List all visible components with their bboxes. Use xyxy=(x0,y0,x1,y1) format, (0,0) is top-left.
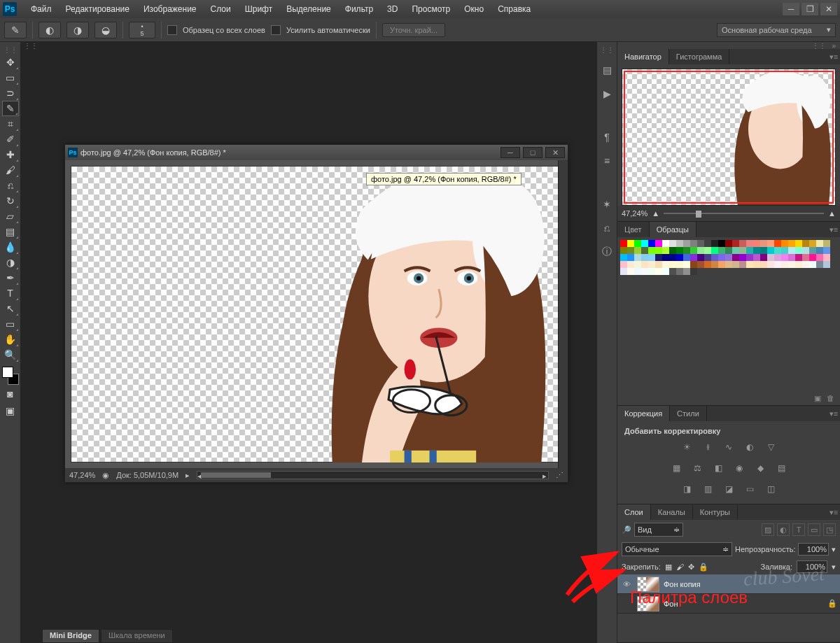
gradient-map-icon[interactable]: ▭ xyxy=(742,483,757,495)
healing-brush-tool[interactable]: ✚ xyxy=(2,147,19,162)
swatch[interactable] xyxy=(711,247,718,254)
levels-icon[interactable]: ⫵ xyxy=(700,441,715,453)
filter-type-select[interactable]: Вид≑ xyxy=(634,523,683,537)
swatch[interactable] xyxy=(711,261,718,268)
type-tool[interactable]: T xyxy=(2,285,19,301)
swatch[interactable] xyxy=(627,268,634,275)
swatch[interactable] xyxy=(795,240,802,247)
sample-all-layers-checkbox[interactable] xyxy=(167,25,177,35)
swatch[interactable] xyxy=(704,240,711,247)
posterize-icon[interactable]: ▥ xyxy=(700,483,715,495)
brush-tool[interactable]: 🖌 xyxy=(2,162,19,178)
opacity-input[interactable]: 100% xyxy=(798,543,829,556)
menu-выделение[interactable]: Выделение xyxy=(279,4,338,14)
lookup-icon[interactable]: ▤ xyxy=(774,462,789,474)
filter-type-icon[interactable]: T xyxy=(792,523,805,536)
doc-close-button[interactable]: ✕ xyxy=(545,147,565,158)
swatch[interactable] xyxy=(662,268,669,275)
swatch[interactable] xyxy=(655,240,662,247)
swatch[interactable] xyxy=(718,254,725,261)
horizontal-scrollbar[interactable]: ◂▸ xyxy=(197,471,549,479)
lasso-tool[interactable]: ⊃ xyxy=(2,85,19,101)
history-panel-icon[interactable]: ▤ xyxy=(600,63,614,77)
swatch[interactable] xyxy=(809,240,816,247)
swatch[interactable] xyxy=(732,261,739,268)
lock-position-icon[interactable]: ✥ xyxy=(688,563,694,572)
swatch[interactable] xyxy=(669,247,676,254)
swatch[interactable] xyxy=(620,268,627,275)
gradient-tool[interactable]: ▤ xyxy=(2,224,19,239)
swatch[interactable] xyxy=(683,254,690,261)
swatch[interactable] xyxy=(711,240,718,247)
crop-tool[interactable]: ⌗ xyxy=(2,116,19,132)
swatch[interactable] xyxy=(802,240,809,247)
swatch[interactable] xyxy=(634,261,641,268)
panel-menu-icon[interactable]: ▾≡ xyxy=(827,222,840,237)
vibrance-icon[interactable]: ▽ xyxy=(763,441,778,453)
tab-navigator[interactable]: Навигатор xyxy=(617,49,669,64)
swatch[interactable] xyxy=(683,268,690,275)
swatch[interactable] xyxy=(704,254,711,261)
brightness-icon[interactable]: ☀ xyxy=(679,441,694,453)
eraser-tool[interactable]: ▱ xyxy=(2,209,19,224)
dock-grip-icon[interactable]: ⋮⋮ xyxy=(597,46,617,53)
vertical-scrollbar[interactable] xyxy=(558,160,568,468)
move-tool[interactable]: ✥ xyxy=(2,55,19,70)
status-zoom[interactable]: 47,24% xyxy=(69,471,95,479)
tab-correction[interactable]: Коррекция xyxy=(617,406,670,421)
document-canvas[interactable]: фото.jpg @ 47,2% (Фон копия, RGB/8#) * xyxy=(65,160,568,468)
tab-color[interactable]: Цвет xyxy=(617,222,650,237)
delete-swatch-icon[interactable]: 🗑 xyxy=(827,394,834,402)
swatch[interactable] xyxy=(676,254,683,261)
zoom-in-icon[interactable]: ▲ xyxy=(828,209,836,218)
swatch[interactable] xyxy=(620,247,627,254)
pen-tool[interactable]: ✒ xyxy=(2,270,19,285)
opacity-stepper-icon[interactable]: ▾ xyxy=(832,545,836,554)
swatch[interactable] xyxy=(648,247,655,254)
swatch[interactable] xyxy=(788,240,795,247)
swatch[interactable] xyxy=(669,261,676,268)
swatch[interactable] xyxy=(662,254,669,261)
swatch[interactable] xyxy=(620,240,627,247)
swatch[interactable] xyxy=(627,254,634,261)
swatch[interactable] xyxy=(718,261,725,268)
photo-filter-icon[interactable]: ◉ xyxy=(732,462,747,474)
swatch[interactable] xyxy=(620,254,627,261)
swatch[interactable] xyxy=(823,247,830,254)
brush-panel-icon[interactable]: ✶ xyxy=(600,197,614,211)
panel-menu-icon[interactable]: ▾≡ xyxy=(827,504,840,520)
swatch[interactable] xyxy=(823,254,830,261)
tab-histogram[interactable]: Гистограмма xyxy=(669,49,730,64)
dodge-tool[interactable]: ◑ xyxy=(2,255,19,270)
swatch[interactable] xyxy=(753,247,760,254)
close-button[interactable]: ✕ xyxy=(820,3,837,15)
swatch[interactable] xyxy=(809,261,816,268)
maximize-button[interactable]: ❐ xyxy=(802,3,818,15)
status-info-icon[interactable]: ◉ xyxy=(102,471,109,480)
workspace-selector[interactable]: Основная рабочая среда▾ xyxy=(717,23,836,37)
swatch[interactable] xyxy=(795,254,802,261)
layer-name[interactable]: Фон копия xyxy=(664,580,701,588)
selective-icon[interactable]: ◫ xyxy=(763,483,778,495)
swatch[interactable] xyxy=(802,247,809,254)
filter-adjust-icon[interactable]: ◐ xyxy=(777,523,790,536)
swatch[interactable] xyxy=(788,247,795,254)
balance-icon[interactable]: ⚖ xyxy=(690,462,705,474)
swatch[interactable] xyxy=(781,247,788,254)
swatch[interactable] xyxy=(781,254,788,261)
swatch[interactable] xyxy=(662,247,669,254)
menu-шрифт[interactable]: Шрифт xyxy=(238,4,279,14)
swatch[interactable] xyxy=(690,261,697,268)
exposure-icon[interactable]: ◐ xyxy=(742,441,757,453)
doc-minimize-button[interactable]: ─ xyxy=(500,147,520,158)
tab-mini-bridge[interactable]: Mini Bridge xyxy=(42,629,99,643)
lock-transparency-icon[interactable]: ▦ xyxy=(665,563,672,572)
swatch[interactable] xyxy=(746,247,753,254)
brush-picker[interactable]: •5 xyxy=(129,22,155,38)
add-selection-icon[interactable]: ◑ xyxy=(66,22,89,38)
swatch[interactable] xyxy=(697,254,704,261)
swatch[interactable] xyxy=(746,240,753,247)
filter-smart-icon[interactable]: ◳ xyxy=(823,523,836,536)
swatch[interactable] xyxy=(739,247,746,254)
fill-stepper-icon[interactable]: ▾ xyxy=(832,563,836,572)
